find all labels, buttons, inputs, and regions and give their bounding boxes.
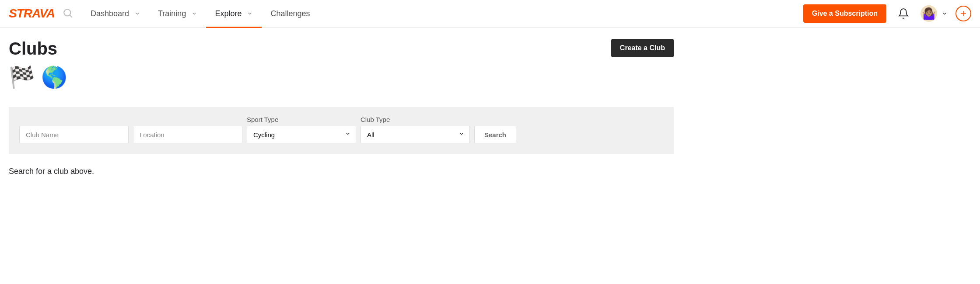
club-type-select-wrap: All xyxy=(360,126,470,143)
nav-explore-label: Explore xyxy=(215,9,242,18)
nav-training-label: Training xyxy=(158,9,186,18)
chevron-down-icon xyxy=(191,10,197,17)
club-type-label: Club Type xyxy=(360,116,470,123)
location-field xyxy=(133,126,242,143)
nav-challenges-label: Challenges xyxy=(270,9,310,18)
title-block: Clubs 🏁 🌎 xyxy=(9,39,67,90)
svg-point-0 xyxy=(64,9,70,16)
sport-type-field: Sport Type Cycling xyxy=(247,116,356,143)
search-icon[interactable] xyxy=(63,8,74,19)
sport-type-select[interactable]: Cycling xyxy=(247,126,356,143)
club-name-field xyxy=(19,126,129,143)
main-header: STRAVA Dashboard Training Explore Cha xyxy=(0,0,980,28)
page-content: Clubs 🏁 🌎 Create a Club Sport Type Cycli… xyxy=(0,28,682,187)
nav-dashboard-label: Dashboard xyxy=(91,9,129,18)
brand-logo[interactable]: STRAVA xyxy=(9,7,55,21)
page-title: Clubs xyxy=(9,39,67,59)
flag-icon: 🏁 xyxy=(9,65,35,90)
sport-type-label: Sport Type xyxy=(247,116,356,123)
nav-training[interactable]: Training xyxy=(149,0,206,28)
chevron-down-icon xyxy=(247,10,253,17)
notifications-icon[interactable] xyxy=(894,8,913,19)
primary-nav: Dashboard Training Explore Challenges xyxy=(82,0,319,28)
location-input[interactable] xyxy=(133,126,242,143)
title-row: Clubs 🏁 🌎 Create a Club xyxy=(9,39,674,90)
svg-line-1 xyxy=(70,15,72,17)
nav-explore[interactable]: Explore xyxy=(206,0,262,28)
search-button[interactable]: Search xyxy=(474,126,516,143)
user-menu[interactable]: 🤷🏽‍♀️ xyxy=(920,5,948,22)
create-club-button[interactable]: Create a Club xyxy=(611,39,674,57)
nav-challenges[interactable]: Challenges xyxy=(262,0,318,28)
club-type-select[interactable]: All xyxy=(360,126,470,143)
nav-dashboard[interactable]: Dashboard xyxy=(82,0,149,28)
avatar: 🤷🏽‍♀️ xyxy=(920,5,937,22)
sport-type-select-wrap: Cycling xyxy=(247,126,356,143)
chevron-down-icon xyxy=(134,10,140,17)
club-type-field: Club Type All xyxy=(360,116,470,143)
search-panel: Sport Type Cycling Club Type All xyxy=(9,107,674,154)
globe-icon: 🌎 xyxy=(41,65,67,90)
give-subscription-button[interactable]: Give a Subscription xyxy=(803,4,886,23)
add-button[interactable] xyxy=(956,6,971,21)
search-prompt: Search for a club above. xyxy=(9,167,674,176)
emoji-row: 🏁 🌎 xyxy=(9,65,67,90)
chevron-down-icon xyxy=(942,10,948,17)
club-name-input[interactable] xyxy=(19,126,129,143)
